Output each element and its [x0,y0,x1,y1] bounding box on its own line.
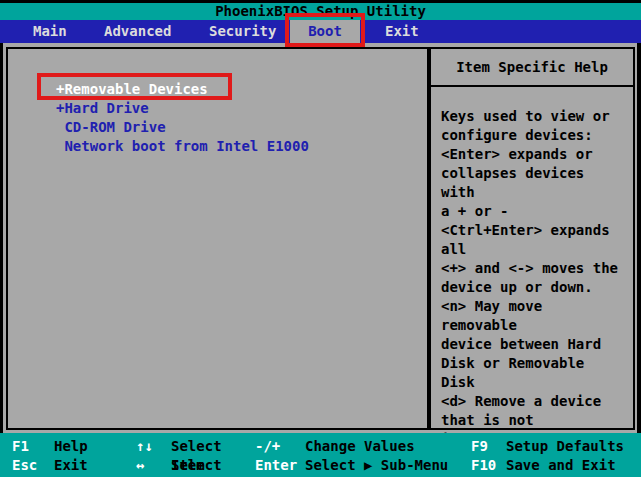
help-panel-text: Keys used to view or configure devices: … [431,87,633,449]
annotation-box-removable-devices [37,73,232,100]
boot-menu-panel: +Removable Devices +Hard Drive CD-ROM Dr… [6,47,429,430]
label-save-and-exit: Save and Exit [506,456,641,477]
label-select-menu: Select Menu [171,456,255,477]
key-f10: F10 [471,456,506,477]
key-leftright-arrows-icon: ↔ [136,456,171,477]
label-select-submenu: Select ▶ Sub-Menu [305,456,471,477]
key-enter: Enter [255,456,305,477]
bios-setup-screen: PhoenixBIOS Setup Utility Main Advanced … [0,0,641,477]
key-legend-row-2: Esc Exit ↔ Select Menu Enter Select ▶ Su… [0,456,641,475]
item-specific-help-panel: Item Specific Help Keys used to view or … [429,47,635,430]
tab-advanced[interactable]: Advanced [104,20,171,43]
boot-item-cdrom-drive[interactable]: CD-ROM Drive [56,118,166,137]
tab-security[interactable]: Security [209,20,276,43]
key-legend-row-1: F1 Help ↑↓ Select Item -/+ Change Values… [0,437,641,456]
annotation-box-boot-tab [285,13,365,47]
help-panel-title: Item Specific Help [431,49,633,87]
label-exit: Exit [54,456,136,477]
tab-main[interactable]: Main [33,20,67,43]
key-legend-bar: F1 Help ↑↓ Select Item -/+ Change Values… [0,433,641,477]
key-esc: Esc [12,456,54,477]
boot-item-hard-drive[interactable]: +Hard Drive [56,99,149,118]
right-border [637,43,641,433]
boot-item-network-boot[interactable]: Network boot from Intel E1000 [56,137,309,156]
left-border [0,43,3,433]
tab-exit[interactable]: Exit [385,20,419,43]
